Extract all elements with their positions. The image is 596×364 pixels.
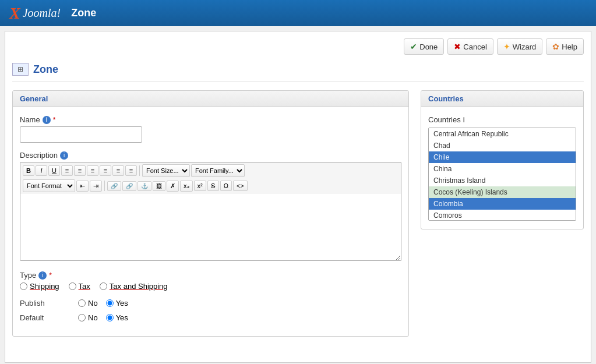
font-format-select[interactable]: Font Format: [23, 179, 75, 192]
type-tax-option[interactable]: Tax: [69, 282, 90, 291]
page-title: Zone: [33, 63, 58, 76]
editor-ul-button[interactable]: ≡: [125, 165, 137, 176]
list-item[interactable]: Chile: [429, 151, 576, 163]
description-editor[interactable]: [20, 194, 401, 261]
name-info-icon[interactable]: i: [43, 116, 51, 124]
editor-toolbar-row1: B I U ≡ ≡ ≡ ≡ ≡ ≡ Fo: [23, 164, 398, 177]
countries-body: Countries i Central African Republic Cha…: [421, 107, 583, 229]
logo-text: Joomla!: [23, 6, 61, 20]
editor-sub-button[interactable]: x₂: [180, 181, 193, 192]
countries-info-icon[interactable]: i: [463, 115, 465, 124]
publish-yes-label: Yes: [116, 299, 128, 308]
type-taxshipping-radio[interactable]: [100, 282, 107, 290]
publish-no-option[interactable]: No: [78, 299, 98, 308]
editor-source-button[interactable]: <>: [233, 181, 248, 191]
description-field-row: Description i B I U ≡ ≡ ≡: [20, 151, 401, 263]
general-body: Name i * Description i: [13, 107, 408, 336]
content-row: General Name i * Descripti: [12, 90, 584, 337]
list-item[interactable]: Central African Republic: [429, 128, 576, 140]
font-size-select[interactable]: Font Size...: [142, 164, 190, 177]
editor-ol-button[interactable]: ≡: [112, 165, 124, 176]
cancel-icon: ✖: [454, 42, 461, 51]
type-shipping-option[interactable]: Shipping: [20, 282, 59, 291]
type-radio-group: Shipping Tax Tax and Shipping: [20, 282, 401, 291]
name-field-row: Name i *: [20, 115, 401, 143]
editor-anchor-button[interactable]: ⚓: [137, 181, 151, 191]
type-tax-radio[interactable]: [69, 282, 76, 290]
editor-align-left-button[interactable]: ≡: [61, 165, 73, 176]
editor-indent-right-button[interactable]: ⇥: [90, 181, 102, 192]
list-item[interactable]: Cocos (Keeling) Islands: [429, 186, 576, 198]
editor-special-button[interactable]: Ω: [220, 181, 232, 191]
editor-strike-button[interactable]: S: [207, 181, 219, 191]
default-no-radio[interactable]: [78, 314, 86, 321]
default-yes-radio[interactable]: [106, 314, 114, 321]
editor-bold-button[interactable]: B: [23, 165, 34, 176]
wizard-label: Wizard: [513, 43, 536, 51]
type-taxshipping-option[interactable]: Tax and Shipping: [100, 282, 168, 291]
type-shipping-label: Shipping: [30, 282, 59, 291]
countries-listbox[interactable]: Central African Republic Chad Chile Chin…: [428, 128, 576, 221]
editor-link-button[interactable]: 🔗: [107, 181, 121, 191]
done-button[interactable]: ✔ Done: [404, 38, 444, 55]
help-icon: ✿: [552, 42, 559, 51]
list-item[interactable]: Comoros: [429, 210, 576, 221]
help-button[interactable]: ✿ Help: [546, 38, 584, 55]
name-input[interactable]: [20, 126, 142, 143]
type-label: Type i *: [20, 271, 401, 280]
type-tax-label: Tax: [79, 282, 90, 291]
cancel-button[interactable]: ✖ Cancel: [447, 38, 493, 55]
editor-indent-left-button[interactable]: ⇤: [76, 181, 89, 192]
cancel-label: Cancel: [463, 43, 486, 51]
editor-image-button[interactable]: 🖼: [153, 181, 165, 191]
countries-box: Countries Countries i Central African Re…: [421, 90, 584, 229]
countries-label: Countries i: [428, 115, 576, 124]
joomla-logo: X Joomla!: [9, 4, 61, 23]
publish-row: Publish No Yes: [20, 299, 401, 308]
help-label: Help: [562, 43, 577, 51]
wizard-button[interactable]: ✦ Wizard: [497, 38, 542, 55]
wizard-icon: ✦: [503, 42, 510, 51]
editor-sup-button[interactable]: x²: [194, 181, 206, 191]
general-box: General Name i * Descripti: [12, 90, 409, 337]
list-item[interactable]: Chad: [429, 140, 576, 151]
done-label: Done: [419, 43, 438, 51]
default-label: Default: [20, 313, 78, 322]
default-options: No Yes: [78, 313, 128, 322]
list-item[interactable]: Christmas Island: [429, 175, 576, 186]
type-info-icon[interactable]: i: [38, 271, 47, 280]
description-info-icon[interactable]: i: [60, 151, 68, 160]
editor-unlink-button[interactable]: 🔗: [122, 181, 136, 191]
publish-no-radio[interactable]: [78, 299, 86, 307]
type-shipping-radio[interactable]: [20, 282, 27, 290]
list-item[interactable]: Colombia: [429, 198, 576, 210]
default-yes-option[interactable]: Yes: [106, 313, 128, 322]
publish-label: Publish: [20, 299, 78, 308]
general-header: General: [13, 91, 408, 107]
type-field-row: Type i * Shipping Tax: [20, 271, 401, 291]
publish-yes-radio[interactable]: [106, 299, 114, 307]
countries-header: Countries: [421, 91, 583, 107]
topbar: X Joomla! Zone: [0, 0, 596, 26]
general-panel: General Name i * Descripti: [12, 90, 409, 337]
publish-yes-option[interactable]: Yes: [106, 299, 128, 308]
editor-cleanup-button[interactable]: ✗: [167, 181, 179, 192]
topbar-page-title: Zone: [71, 7, 96, 19]
page-header: ⊞ Zone: [12, 63, 584, 82]
editor-toolbar-row2: Font Format ⇤ ⇥ 🔗 🔗 ⚓ 🖼 ✗ x₂: [23, 179, 398, 192]
editor-align-right-button[interactable]: ≡: [87, 165, 98, 176]
editor-underline-button[interactable]: U: [48, 165, 60, 176]
type-required: *: [49, 271, 52, 280]
editor-sep1: [139, 165, 140, 176]
default-no-option[interactable]: No: [78, 313, 98, 322]
list-item[interactable]: China: [429, 163, 576, 175]
editor-align-center-button[interactable]: ≡: [74, 165, 86, 176]
default-yes-label: Yes: [116, 313, 128, 322]
type-taxshipping-label: Tax and Shipping: [110, 282, 168, 291]
name-required: *: [53, 116, 56, 124]
zone-icon: ⊞: [12, 63, 29, 76]
editor-italic-button[interactable]: I: [36, 165, 47, 176]
countries-panel: Countries Countries i Central African Re…: [421, 90, 584, 229]
font-family-select[interactable]: Font Family...: [191, 164, 245, 177]
editor-align-justify-button[interactable]: ≡: [100, 165, 111, 176]
